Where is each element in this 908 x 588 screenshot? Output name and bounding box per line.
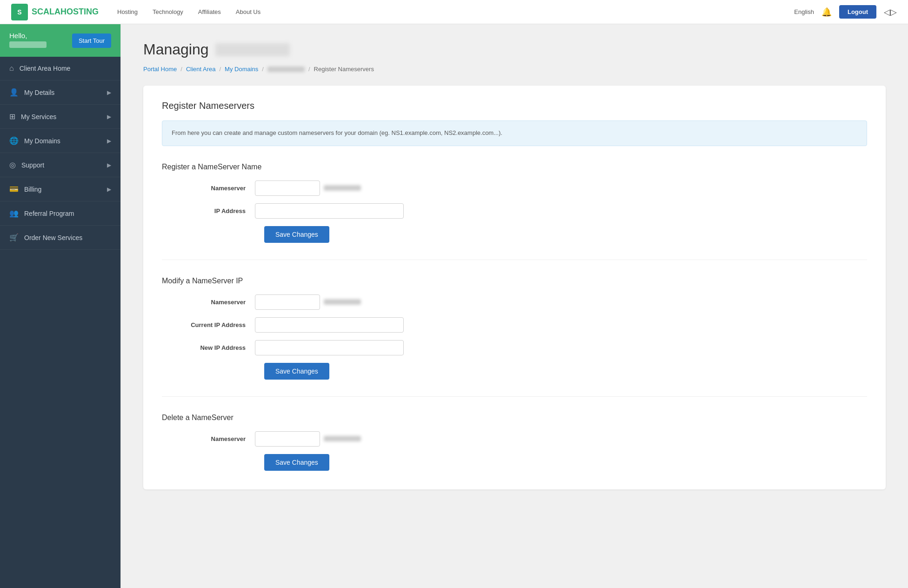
info-box: From here you can create and manage cust… [162, 120, 867, 146]
sidebar-label-support: Support [21, 161, 44, 169]
divider-1 [162, 260, 867, 260]
main-content: Managing Portal Home / Client Area / My … [121, 24, 908, 588]
sidebar-item-client-area-home[interactable]: ⌂ Client Area Home [0, 57, 120, 80]
chevron-right-icon: ▶ [107, 89, 111, 96]
register-nameserver-section: Register a NameServer Name Nameserver IP… [162, 159, 867, 247]
nav-technology[interactable]: Technology [153, 8, 183, 15]
sidebar-label-client-area-home: Client Area Home [20, 65, 71, 72]
register-save-button[interactable]: Save Changes [264, 226, 329, 243]
sidebar-header: Hello, Start Tour [0, 24, 120, 57]
services-icon: ⊞ [9, 112, 15, 121]
delete-nameserver-input[interactable] [255, 431, 320, 447]
domain-suffix-blur [324, 185, 361, 191]
sidebar-item-referral-program[interactable]: 👥 Referral Program [0, 201, 120, 226]
breadcrumb-current: Register Nameservers [314, 66, 374, 73]
support-icon: ◎ [9, 160, 16, 169]
cart-icon: 🛒 [9, 233, 19, 242]
sidebar-item-my-domains[interactable]: 🌐 My Domains ▶ [0, 129, 120, 153]
divider-2 [162, 396, 867, 397]
sidebar-label-my-details: My Details [24, 89, 54, 96]
delete-nameserver-section: Delete a NameServer Nameserver Save Chan… [162, 410, 867, 474]
billing-icon: 💳 [9, 185, 19, 194]
sidebar-item-order-new-services[interactable]: 🛒 Order New Services [0, 226, 120, 250]
breadcrumb-my-domains[interactable]: My Domains [225, 66, 258, 73]
sidebar-label-referral-program: Referral Program [24, 210, 74, 217]
sidebar-label-my-services: My Services [21, 113, 56, 120]
modify-nameserver-label: Nameserver [162, 299, 255, 306]
sidebar: Hello, Start Tour ⌂ Client Area Home 👤 M… [0, 24, 121, 588]
chevron-right-icon: ▶ [107, 138, 111, 144]
chevron-right-icon: ▶ [107, 114, 111, 120]
sidebar-item-left: 👥 Referral Program [9, 209, 74, 218]
breadcrumb-client-area[interactable]: Client Area [186, 66, 216, 73]
modify-new-ip-input[interactable] [255, 340, 404, 355]
language-selector[interactable]: English [794, 8, 814, 15]
modify-current-ip-field: Current IP Address [162, 317, 867, 333]
sidebar-item-left: 👤 My Details [9, 88, 54, 97]
help-icon[interactable]: ◁▷ [884, 7, 897, 17]
bell-icon[interactable]: 🔔 [821, 7, 832, 17]
register-nameserver-field: Nameserver [162, 180, 867, 196]
page-title: Managing [143, 41, 886, 58]
breadcrumb-sep: / [219, 66, 221, 73]
modify-save-row: Save Changes [162, 363, 867, 383]
modify-new-ip-label: New IP Address [162, 344, 255, 351]
modify-nameserver-field: Nameserver [162, 294, 867, 310]
page-wrapper: Hello, Start Tour ⌂ Client Area Home 👤 M… [0, 24, 908, 588]
logo: S SCALAHOSTING [11, 4, 99, 20]
sidebar-item-left: ⌂ Client Area Home [9, 64, 70, 73]
domain-suffix-blur-2 [324, 299, 361, 305]
sidebar-item-billing[interactable]: 💳 Billing ▶ [0, 177, 120, 201]
delete-save-button[interactable]: Save Changes [264, 454, 329, 471]
delete-nameserver-label: Nameserver [162, 435, 255, 442]
sidebar-menu: ⌂ Client Area Home 👤 My Details ▶ ⊞ My S… [0, 57, 120, 588]
logout-button[interactable]: Logout [839, 5, 876, 19]
start-tour-button[interactable]: Start Tour [72, 33, 111, 48]
breadcrumb-sep: / [308, 66, 310, 73]
domains-icon: 🌐 [9, 136, 19, 145]
register-ip-field: IP Address [162, 203, 867, 219]
sidebar-item-left: ⊞ My Services [9, 112, 56, 121]
sidebar-item-support[interactable]: ◎ Support ▶ [0, 153, 120, 177]
nav-links: Hosting Technology Affiliates About Us [117, 8, 794, 15]
sidebar-label-my-domains: My Domains [24, 137, 60, 145]
user-icon: 👤 [9, 88, 19, 97]
delete-nameserver-field: Nameserver [162, 431, 867, 447]
modify-new-ip-field: New IP Address [162, 340, 867, 355]
sidebar-label-order-new-services: Order New Services [24, 234, 82, 241]
top-nav: S SCALAHOSTING Hosting Technology Affili… [0, 0, 908, 24]
register-section-title: Register a NameServer Name [162, 159, 867, 171]
modify-section-title: Modify a NameServer IP [162, 273, 867, 285]
register-ip-label: IP Address [162, 207, 255, 214]
sidebar-item-my-services[interactable]: ⊞ My Services ▶ [0, 105, 120, 129]
referral-icon: 👥 [9, 209, 19, 218]
logo-text: SCALAHOSTING [32, 7, 99, 17]
breadcrumb-portal-home[interactable]: Portal Home [143, 66, 177, 73]
modify-current-ip-label: Current IP Address [162, 321, 255, 328]
modify-nameserver-section: Modify a NameServer IP Nameserver Curren… [162, 273, 867, 383]
register-save-row: Save Changes [162, 226, 867, 247]
modify-nameserver-input[interactable] [255, 294, 320, 310]
modify-save-button[interactable]: Save Changes [264, 363, 329, 380]
breadcrumb-sep: / [262, 66, 264, 73]
sidebar-item-left: 💳 Billing [9, 185, 41, 194]
domain-name-blur [215, 43, 290, 56]
home-icon: ⌂ [9, 64, 14, 73]
sidebar-label-billing: Billing [24, 186, 41, 193]
section-heading: Register Nameservers [162, 100, 867, 111]
nav-affiliates[interactable]: Affiliates [198, 8, 221, 15]
main-card: Register Nameservers From here you can c… [143, 86, 886, 489]
logo-icon: S [11, 4, 28, 20]
domain-suffix-blur-3 [324, 436, 361, 441]
sidebar-hello: Hello, [9, 32, 47, 40]
nav-about-us[interactable]: About Us [236, 8, 260, 15]
sidebar-username [9, 41, 47, 48]
sidebar-item-left: ◎ Support [9, 160, 44, 169]
sidebar-item-left: 🌐 My Domains [9, 136, 60, 145]
sidebar-item-my-details[interactable]: 👤 My Details ▶ [0, 80, 120, 105]
nav-hosting[interactable]: Hosting [117, 8, 138, 15]
register-nameserver-input[interactable] [255, 180, 320, 196]
delete-save-row: Save Changes [162, 454, 867, 474]
register-ip-input[interactable] [255, 203, 404, 219]
modify-current-ip-input[interactable] [255, 317, 404, 333]
